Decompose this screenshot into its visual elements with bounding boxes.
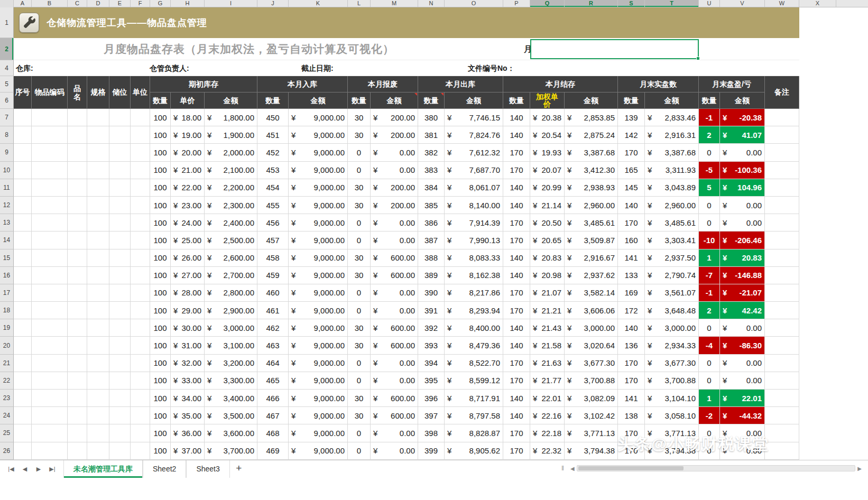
cell-serial-empty[interactable] (14, 144, 32, 161)
cell-storage-empty[interactable] (109, 267, 131, 284)
scrollbar-track[interactable] (577, 465, 855, 471)
cell-amt_in[interactable]: ¥9,000.00 (289, 214, 348, 232)
cell-qty_out[interactable]: 383 (418, 162, 445, 179)
cell-spec-empty[interactable] (87, 109, 109, 126)
cell-qty_bal[interactable]: 170 (503, 442, 530, 460)
cell-amt_out[interactable]: ¥8,140.00 (445, 197, 503, 214)
row-header-1[interactable]: 1 (0, 7, 14, 38)
cell-amt_out[interactable]: ¥8,400.00 (445, 319, 503, 337)
cell-amt0[interactable]: ¥2,700.00 (205, 267, 257, 284)
cell-serial-empty[interactable] (14, 337, 32, 354)
cell-qty0[interactable]: 100 (150, 407, 171, 424)
cell-amt_scrap[interactable]: ¥600.00 (371, 267, 418, 284)
cell-amt_diff[interactable]: ¥-44.32 (720, 407, 765, 424)
cell-qty0[interactable]: 100 (150, 214, 171, 232)
cell-unit-empty[interactable] (131, 232, 150, 249)
cell-qty0[interactable]: 100 (150, 390, 171, 407)
cell-amt0[interactable]: ¥3,200.00 (205, 355, 257, 372)
cell-product-name-empty[interactable] (68, 284, 87, 302)
column-header-S[interactable]: S (618, 0, 645, 7)
cell-amt_in[interactable]: ¥9,000.00 (289, 390, 348, 407)
cell-amt_bal[interactable]: ¥3,771.13 (565, 424, 618, 442)
row-header-4[interactable]: 4 (0, 60, 14, 76)
cell-storage-empty[interactable] (109, 424, 131, 442)
cell-price0[interactable]: ¥37.00 (171, 442, 205, 460)
cell-qty0[interactable]: 100 (150, 126, 171, 144)
cell-qty_in[interactable]: 466 (257, 390, 289, 407)
cell-amt_diff[interactable]: ¥41.07 (720, 126, 765, 144)
selection-fill-handle[interactable] (696, 57, 700, 60)
cell-price0[interactable]: ¥19.00 (171, 126, 205, 144)
cell-spec-empty[interactable] (87, 407, 109, 424)
cell-amt_out[interactable]: ¥8,162.38 (445, 267, 503, 284)
cell-amt0[interactable]: ¥3,300.00 (205, 372, 257, 390)
cell-amt0[interactable]: ¥2,400.00 (205, 214, 257, 232)
cell-amt_scrap[interactable]: ¥0.00 (371, 424, 418, 442)
cell-serial-empty[interactable] (14, 407, 32, 424)
cell-storage-empty[interactable] (109, 126, 131, 144)
cell-amt_in[interactable]: ¥9,000.00 (289, 162, 348, 179)
row-header-7[interactable]: 7 (0, 109, 14, 126)
column-header-C[interactable]: C (68, 0, 87, 7)
cell-unit-empty[interactable] (131, 179, 150, 197)
cell-amt_scrap[interactable]: ¥0.00 (371, 302, 418, 319)
cell-amt_in[interactable]: ¥9,000.00 (289, 355, 348, 372)
cell-spec-empty[interactable] (87, 302, 109, 319)
cell-remarks-empty[interactable] (765, 197, 799, 214)
cell-unit-empty[interactable] (131, 144, 150, 161)
cell-spec-empty[interactable] (87, 337, 109, 354)
cell-qty0[interactable]: 100 (150, 372, 171, 390)
cell-qty_bal[interactable]: 170 (503, 214, 530, 232)
cell-remarks-empty[interactable] (765, 162, 799, 179)
column-header-U[interactable]: U (699, 0, 720, 7)
cell-product-name-empty[interactable] (68, 126, 87, 144)
cell-qty0[interactable]: 100 (150, 302, 171, 319)
cell-price0[interactable]: ¥28.00 (171, 284, 205, 302)
cell-amt_diff[interactable]: ¥42.42 (720, 302, 765, 319)
sheet-tab-main[interactable]: 未名潮管理工具库 (63, 460, 143, 478)
cell-price0[interactable]: ¥29.00 (171, 302, 205, 319)
cell-qty0[interactable]: 100 (150, 319, 171, 337)
cell-qty_out[interactable]: 391 (418, 302, 445, 319)
cell-item-code-empty[interactable] (32, 144, 68, 161)
cell-item-code-empty[interactable] (32, 126, 68, 144)
row-header-26[interactable]: 26 (0, 442, 14, 460)
row-header-22[interactable]: 22 (0, 372, 14, 390)
cell-unit-empty[interactable] (131, 355, 150, 372)
cell-qty_out[interactable]: 386 (418, 214, 445, 232)
cell-serial-empty[interactable] (14, 232, 32, 249)
cell-amt0[interactable]: ¥3,400.00 (205, 390, 257, 407)
cell-item-code-empty[interactable] (32, 372, 68, 390)
cell-amt_act[interactable]: ¥2,934.33 (645, 337, 699, 354)
cell-wprice[interactable]: ¥20.54 (530, 126, 565, 144)
cell-amt_scrap[interactable]: ¥0.00 (371, 284, 418, 302)
cell-amt_diff[interactable]: ¥-86.30 (720, 337, 765, 354)
cell-amt_diff[interactable]: ¥22.01 (720, 390, 765, 407)
select-all-corner[interactable] (0, 0, 14, 7)
cell-amt_scrap[interactable]: ¥0.00 (371, 232, 418, 249)
cell-product-name-empty[interactable] (68, 319, 87, 337)
cell-amt0[interactable]: ¥3,600.00 (205, 424, 257, 442)
cell-remarks-empty[interactable] (765, 214, 799, 232)
cell-amt0[interactable]: ¥2,900.00 (205, 302, 257, 319)
cell-wprice[interactable]: ¥21.14 (530, 197, 565, 214)
cell-product-name-empty[interactable] (68, 214, 87, 232)
cell-spec-empty[interactable] (87, 126, 109, 144)
cell-spec-empty[interactable] (87, 442, 109, 460)
cell-product-name-empty[interactable] (68, 197, 87, 214)
cell-item-code-empty[interactable] (32, 390, 68, 407)
cell-qty_in[interactable]: 465 (257, 372, 289, 390)
cell-remarks-empty[interactable] (765, 337, 799, 354)
cell-qty_in[interactable]: 454 (257, 179, 289, 197)
cell-qty_out[interactable]: 388 (418, 249, 445, 267)
cell-qty_diff[interactable]: -1 (699, 109, 720, 126)
cell-amt_bal[interactable]: ¥3,102.42 (565, 407, 618, 424)
cell-qty_scrap[interactable]: 0 (348, 424, 371, 442)
cell-item-code-empty[interactable] (32, 442, 68, 460)
column-header-F[interactable]: F (131, 0, 150, 7)
cell-qty_act[interactable]: 140 (618, 197, 645, 214)
cell-unit-empty[interactable] (131, 126, 150, 144)
cell-amt0[interactable]: ¥2,600.00 (205, 249, 257, 267)
cell-wprice[interactable]: ¥22.16 (530, 407, 565, 424)
cell-spec-empty[interactable] (87, 424, 109, 442)
